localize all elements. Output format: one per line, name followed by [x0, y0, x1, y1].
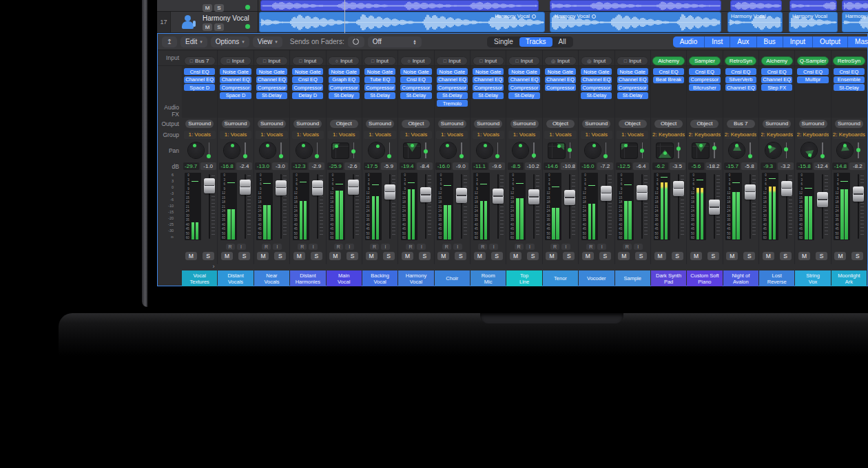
fx-plugin-slot[interactable]: St-Delay: [508, 92, 539, 99]
volume-fader[interactable]: [384, 173, 395, 240]
channel-name-tab[interactable]: RoomMic: [471, 270, 506, 286]
volume-fader[interactable]: [564, 173, 575, 240]
input-select-button[interactable]: □Input: [436, 56, 468, 65]
filter-input[interactable]: Input: [783, 36, 812, 47]
fx-plugin-slot[interactable]: Step FX: [761, 84, 792, 91]
fader-db-value[interactable]: -8.2: [849, 162, 865, 170]
channel-name-tab[interactable]: Dark SynthPad: [651, 270, 686, 286]
input-select-button[interactable]: ○Input: [400, 56, 432, 65]
input-select-button[interactable]: □Input: [220, 56, 251, 65]
fader-db-value[interactable]: -9.0: [453, 162, 468, 170]
fader-handle[interactable]: [673, 181, 684, 196]
filter-bus[interactable]: Bus: [756, 36, 783, 47]
mute-button[interactable]: M: [654, 252, 666, 260]
fx-plugin-slot[interactable]: Compressor: [689, 76, 720, 83]
record-enable-button[interactable]: R: [515, 244, 524, 250]
volume-fader[interactable]: [456, 173, 467, 240]
output-select-button[interactable]: Object: [619, 120, 647, 128]
output-select-button[interactable]: Surround: [293, 120, 322, 128]
input-monitor-button[interactable]: I: [453, 244, 462, 250]
channel-name-tab[interactable]: TopLine: [506, 270, 541, 286]
solo-button[interactable]: S: [274, 252, 286, 260]
input-monitor-button[interactable]: I: [634, 244, 643, 250]
fx-plugin-slot[interactable]: Channel EQ: [761, 76, 792, 83]
group-select-button[interactable]: 1: Vocals: [220, 131, 251, 139]
fx-plugin-slot[interactable]: Compressor: [581, 84, 612, 91]
group-select-button[interactable]: 1: Vocals: [436, 131, 468, 139]
volume-fader[interactable]: [312, 173, 323, 240]
fader-handle[interactable]: [564, 190, 575, 205]
group-select-button[interactable]: 1: Vocals: [364, 131, 395, 139]
channel-name-tab[interactable]: VocalTextures: [182, 270, 217, 286]
audio-region[interactable]: [260, 0, 539, 11]
filter-audio[interactable]: Audio: [673, 36, 705, 47]
mute-button[interactable]: M: [203, 23, 212, 31]
fx-plugin-slot[interactable]: St-Delay: [473, 92, 504, 99]
solo-button[interactable]: S: [214, 23, 224, 31]
pan-knob[interactable]: [729, 142, 745, 158]
record-enable-button[interactable]: R: [370, 244, 379, 250]
mute-button[interactable]: M: [293, 252, 305, 260]
fx-plugin-slot[interactable]: St-Delay: [400, 92, 431, 99]
mute-button[interactable]: M: [582, 252, 594, 260]
pan-knob[interactable]: [260, 142, 276, 158]
fx-plugin-slot[interactable]: Compressor: [437, 84, 468, 91]
pan-mini-slider[interactable]: [531, 142, 536, 158]
input-monitor-button[interactable]: I: [345, 244, 354, 250]
volume-fader[interactable]: [709, 173, 720, 240]
sends-mode-popup[interactable]: Off ▲▼: [368, 36, 422, 47]
pan-mini-slider[interactable]: [603, 142, 608, 158]
fx-plugin-slot[interactable]: Compressor: [364, 84, 395, 91]
pan-mini-slider[interactable]: [640, 142, 645, 158]
mute-button[interactable]: M: [690, 252, 702, 260]
pan-mini-slider[interactable]: [315, 142, 320, 158]
record-enable-button[interactable]: R: [623, 244, 632, 250]
fader-db-value[interactable]: -3.5: [670, 162, 685, 170]
mute-button[interactable]: M: [402, 252, 413, 260]
record-enable-button[interactable]: R: [298, 244, 307, 250]
group-select-button[interactable]: 1: Vocals: [184, 131, 216, 139]
fader-handle[interactable]: [420, 187, 431, 202]
fx-plugin-slot[interactable]: Cnsl EQ: [834, 68, 865, 75]
solo-button[interactable]: S: [214, 4, 224, 12]
fx-plugin-slot[interactable]: Compressor: [473, 84, 504, 91]
output-select-button[interactable]: Surround: [799, 120, 827, 128]
filter-mastervca[interactable]: Master/VCA: [847, 36, 868, 47]
fader-db-value[interactable]: -8.4: [417, 162, 433, 170]
fx-plugin-slot[interactable]: Cnsl EQ: [725, 68, 756, 75]
link-back-button[interactable]: ↥: [162, 36, 177, 47]
audio-region[interactable]: Harmony Vocal: [789, 12, 838, 32]
mute-button[interactable]: M: [437, 252, 449, 260]
fx-plugin-slot[interactable]: Channel EQ: [617, 76, 648, 83]
pan-pad[interactable]: [657, 143, 673, 158]
fader-db-value[interactable]: -18.2: [705, 162, 721, 170]
pan-mini-slider[interactable]: [459, 142, 464, 158]
output-select-button[interactable]: Bus 7: [727, 120, 755, 128]
record-enable-button[interactable]: R: [442, 244, 451, 250]
view-menu[interactable]: View▾: [253, 36, 282, 47]
volume-fader[interactable]: [637, 173, 648, 240]
volume-fader[interactable]: [204, 173, 215, 240]
mute-button[interactable]: M: [834, 252, 846, 260]
record-enable-button[interactable]: R: [586, 244, 595, 250]
pan-knob[interactable]: [440, 142, 456, 158]
output-select-button[interactable]: Object: [402, 120, 430, 128]
channel-name-tab[interactable]: NearVocals: [254, 270, 289, 286]
fader-db-value[interactable]: -9.6: [489, 162, 505, 170]
fx-plugin-slot[interactable]: Compressor: [508, 84, 539, 91]
fx-plugin-slot[interactable]: Cnsl EQ: [400, 76, 431, 83]
solo-button[interactable]: S: [419, 252, 431, 260]
audio-region[interactable]: Harmony Vocal: [550, 12, 721, 32]
record-enable-button[interactable]: R: [262, 244, 271, 250]
input-monitor-button[interactable]: I: [561, 244, 570, 250]
pan-mini-slider[interactable]: [784, 142, 789, 158]
fx-plugin-slot[interactable]: Channel EQ: [184, 76, 215, 83]
channel-name-tab[interactable]: MainVocal: [327, 270, 362, 286]
solo-button[interactable]: S: [851, 252, 863, 260]
volume-fader[interactable]: [853, 173, 864, 240]
mode-single[interactable]: Single: [488, 37, 519, 47]
fx-plugin-slot[interactable]: Cnsl EQ: [689, 68, 720, 75]
audio-region[interactable]: [842, 0, 868, 11]
input-monitor-button[interactable]: I: [489, 244, 498, 250]
solo-button[interactable]: S: [672, 252, 683, 260]
